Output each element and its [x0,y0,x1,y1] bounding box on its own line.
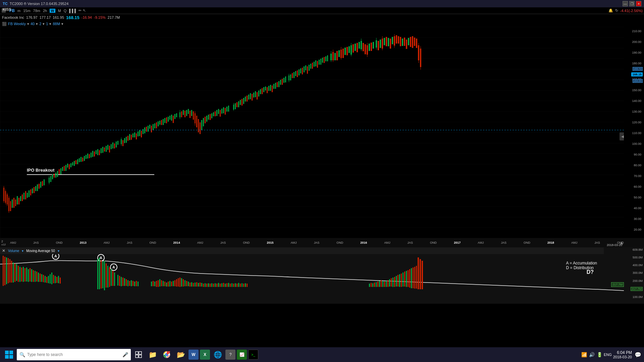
chart-area[interactable]: IPO Breakout [0,27,624,238]
svg-rect-263 [136,355,138,358]
svg-rect-18 [22,194,23,201]
svg-rect-82 [131,135,132,140]
timeframe-m2[interactable]: M [58,9,61,13]
svg-rect-107 [173,116,174,123]
chrome-icon[interactable] [160,348,173,361]
excel-icon[interactable]: X [200,350,210,360]
timeframe-w[interactable]: W [50,9,55,13]
vol-level-200: 200.0M [633,279,643,283]
timeframe-m[interactable]: m [17,9,20,13]
svg-rect-132 [213,112,214,116]
svg-rect-173 [283,78,284,83]
vol-bar [117,275,118,286]
vol-bar [173,281,174,286]
volume-label[interactable]: Volume [8,249,19,253]
svg-rect-178 [292,73,293,78]
timeframe-15m[interactable]: 15m [23,9,30,13]
period-arrow[interactable]: ▾ [27,22,29,26]
close-button[interactable]: ✕ [636,1,641,6]
system-clock[interactable]: 6:04 PM 2018-03-20 [613,350,632,359]
timeframe-q[interactable]: Q [64,9,67,13]
ma-dropdown-arrow[interactable]: ▾ [58,249,59,253]
svg-rect-149 [243,98,244,104]
x-label-amj3: AMJ [197,241,203,244]
period1[interactable]: 40 [31,22,35,26]
period2[interactable]: 2 [39,22,41,26]
period4[interactable]: 88M [53,22,60,26]
period2-arrow[interactable]: ▾ [43,22,45,26]
pencil-icon[interactable]: ✏ [78,8,82,13]
sync-icon[interactable]: ↻ [615,8,618,13]
start-button[interactable] [3,348,15,361]
taskbar: 🔍 🎤 📁 📂 W X 🌐 ? 📈 >_ 📶 🔊 [0,347,644,362]
svg-rect-185 [304,66,305,72]
vol-bar [193,283,194,287]
volume-chart[interactable]: ✕ Volume ▾ Moving Average 50 ▾ A = Accum… [0,247,624,304]
x-label-amj1: AMJ [10,241,16,244]
svg-rect-102 [164,118,165,123]
vol-bar [247,284,248,287]
period4-arrow[interactable]: ▾ [61,22,63,26]
timeframe-2h[interactable]: 2h [43,9,47,13]
pointer-icon[interactable]: ↖ [83,8,86,13]
vol-bar [376,282,377,287]
alert-icon[interactable]: 🔔 [608,8,613,13]
svg-rect-17 [20,196,21,201]
vol-bar [134,282,135,286]
minimize-button[interactable]: — [623,1,628,6]
maximize-button[interactable]: ❐ [629,1,635,6]
period3[interactable]: 1 [46,22,48,26]
timeframe-78m[interactable]: 78m [33,9,40,13]
folder-icon[interactable]: 📂 [174,348,187,361]
x-label-jas6: JAS [501,241,506,244]
svg-rect-221 [363,43,364,51]
x-label-2013: 2013 [80,241,87,244]
x-label-ond6: OND [524,241,530,244]
volume-close-button[interactable]: ✕ [2,248,5,253]
svg-rect-195 [320,59,321,65]
search-bar[interactable]: 🔍 🎤 [17,349,131,360]
network-icon[interactable]: 📶 [581,352,587,357]
vol-bar [416,266,417,289]
svg-rect-244 [402,39,403,46]
file-explorer-icon[interactable]: 📁 [146,348,159,361]
x-label-jas5: JAS [408,241,413,244]
ma-label[interactable]: Moving Average 50 [26,249,55,253]
ie-icon[interactable]: 🌐 [211,348,224,361]
task-view-button[interactable] [132,348,145,361]
price-volume: 217.7M [108,15,120,19]
vol-bar [124,278,125,286]
period1-arrow[interactable]: ▾ [36,22,38,26]
svg-rect-182 [299,69,300,75]
notification-icon[interactable]: 💬 [635,352,641,358]
price-level-200: 200.00 [632,40,641,44]
svg-rect-86 [138,131,139,136]
volume-icon[interactable]: 🔊 [589,352,595,357]
terminal-icon[interactable]: >_ [248,350,258,360]
vol-bar [181,278,182,287]
volume-dropdown-arrow[interactable]: ▾ [22,249,23,253]
title-bar-controls[interactable]: — ❐ ✕ [623,1,641,6]
search-input[interactable] [27,352,120,357]
bar-chart-icon[interactable]: ▌▌▌ [69,9,77,13]
svg-rect-73 [116,141,117,147]
vol-bar [171,282,172,286]
unknown-app-icon[interactable]: ? [225,350,235,360]
price-level-70: 70.00 [634,174,641,178]
vol-bar [206,284,207,287]
word-icon[interactable]: W [189,350,199,360]
mic-icon[interactable]: 🎤 [122,352,128,357]
svg-rect-199 [327,55,328,61]
vol-bar [51,273,52,284]
ticker-tools: ▌▌▌ ✏ ↖ [69,8,86,13]
period3-arrow[interactable]: ▾ [49,22,51,26]
vol-bar [174,280,175,286]
svg-rect-209 [342,49,344,58]
vol-bar [414,267,415,289]
chart-app-icon[interactable]: 📈 [237,350,247,360]
collapse-arrow[interactable]: ◄ [620,132,624,140]
period-symbol[interactable]: FB Weekly [8,22,26,26]
svg-rect-169 [277,82,278,87]
battery-icon[interactable]: 🔋 [597,352,602,357]
scroll-up-arrow[interactable]: ▲ [619,240,624,245]
